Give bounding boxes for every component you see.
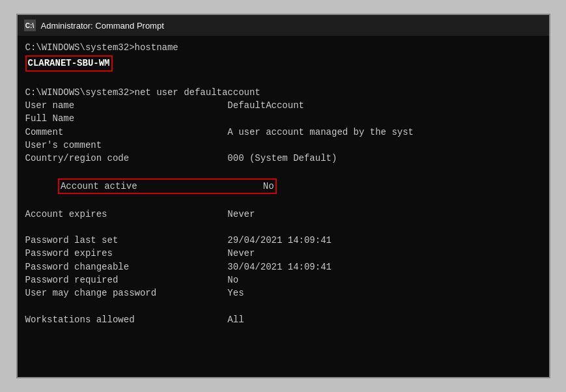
- title-bar: C:\ Administrator: Command Prompt: [18, 15, 549, 36]
- cmd-body[interactable]: C:\WINDOWS\system32>hostname CLARANET-SB…: [18, 36, 549, 377]
- field-pwexpires: Password expires Never: [25, 247, 541, 260]
- window-title: Administrator: Command Prompt: [41, 21, 164, 31]
- field-pwlastset: Password last set 29/04/2021 14:09:41: [25, 234, 541, 247]
- field-comment: Comment A user account managed by the sy…: [25, 126, 541, 139]
- field-workstations: Workstations allowed All: [25, 313, 541, 326]
- cmd-icon: C:\: [24, 20, 36, 31]
- net-user-cmd-line: C:\WINDOWS\system32>net user defaultacco…: [25, 86, 541, 99]
- cmd-window: C:\ Administrator: Command Prompt C:\WIN…: [16, 14, 550, 378]
- blank-line2: [25, 221, 541, 234]
- hostname-result-line: CLARANET-SBU-WM: [25, 55, 541, 71]
- field-countrycode: Country/region code 000 (System Default): [25, 152, 541, 165]
- field-accountactive: Account active No: [25, 165, 541, 208]
- account-active-box: Account active No: [58, 178, 277, 194]
- blank-line3: [25, 300, 541, 313]
- field-pwchangeable: Password changeable 30/04/2021 14:09:41: [25, 260, 541, 273]
- blank-line1: [25, 73, 541, 86]
- field-accountexpires: Account expires Never: [25, 208, 541, 221]
- hostname-value: CLARANET-SBU-WM: [25, 55, 113, 71]
- field-fullname: Full Name: [25, 112, 541, 125]
- field-userscomment: User's comment: [25, 139, 541, 152]
- field-username: User name DefaultAccount: [25, 99, 541, 112]
- field-usermaychange: User may change password Yes: [25, 287, 541, 300]
- hostname-cmd-line: C:\WINDOWS\system32>hostname: [25, 41, 541, 54]
- field-pwrequired: Password required No: [25, 273, 541, 287]
